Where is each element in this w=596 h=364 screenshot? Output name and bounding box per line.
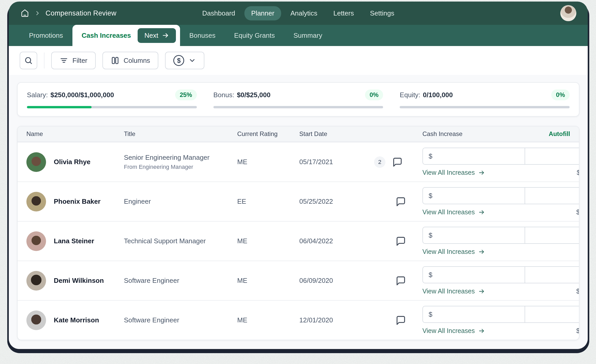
equity-progress-bar [400, 106, 570, 108]
dollar-amount-field[interactable]: $ [423, 148, 525, 164]
search-button[interactable] [20, 52, 37, 69]
percent-amount-field[interactable]: % [525, 148, 579, 164]
view-all-increases-link[interactable]: View All Increases [422, 208, 485, 216]
comment-icon[interactable] [396, 236, 406, 246]
page-title: Compensation Review [46, 9, 116, 17]
budget-summary-bar: Salary: $250,000/$1,000,000 25% Bonus: $… [17, 82, 579, 117]
dollar-amount-input[interactable] [432, 271, 519, 279]
current-rating: EE [237, 198, 299, 206]
tab-summary[interactable]: Summary [284, 25, 331, 46]
dollar-amount-field[interactable]: $ [423, 188, 525, 204]
tab-promotions[interactable]: Promotions [20, 25, 72, 46]
dollar-circle-icon: $ [173, 55, 184, 66]
filter-button[interactable]: Filter [51, 52, 96, 69]
table-row: Demi Wilkinson Software Engineer ME 06/0… [18, 261, 579, 300]
chevron-right-icon [34, 10, 41, 17]
tab-equity-grants[interactable]: Equity Grants [225, 25, 284, 46]
app-window: Compensation Review Dashboard Planner An… [9, 2, 588, 349]
view-all-increases-link[interactable]: View All Increases [422, 287, 485, 295]
percent-amount-input[interactable] [531, 231, 579, 239]
nav-item-settings[interactable]: Settings [363, 6, 401, 20]
search-icon [24, 56, 33, 65]
columns-button[interactable]: Columns [102, 52, 159, 69]
tab-bonuses[interactable]: Bonuses [180, 25, 225, 46]
col-title: Title [124, 130, 237, 138]
arrow-right-icon [478, 288, 485, 295]
percent-amount-input[interactable] [531, 271, 579, 279]
app-header: Compensation Review Dashboard Planner An… [9, 2, 588, 25]
comment-count-badge[interactable]: 2 [374, 156, 385, 168]
dollar-amount-input[interactable] [432, 192, 519, 200]
view-all-increases-link[interactable]: View All Increases [422, 248, 485, 255]
comment-icon[interactable] [396, 196, 406, 207]
current-rating: ME [237, 158, 299, 166]
current-rating: ME [237, 316, 299, 324]
start-date: 05/25/2022 [299, 198, 374, 206]
percent-amount-field[interactable]: % [525, 267, 579, 283]
dollar-amount-input[interactable] [432, 231, 519, 239]
dollar-amount-field[interactable]: $ [423, 227, 525, 243]
view-all-increases-link[interactable]: View All Increases [422, 169, 485, 176]
employee-title: Software Engineer [124, 316, 237, 324]
user-avatar[interactable] [560, 5, 576, 21]
table-row: Olivia Rhye Senior Engineering Manager F… [18, 142, 579, 181]
suggested-amount: $12,500 Suggested [576, 287, 579, 295]
next-button[interactable]: Next [138, 28, 176, 43]
page-body: Salary: $250,000/$1,000,000 25% Bonus: $… [9, 75, 588, 349]
nav-item-letters[interactable]: Letters [327, 6, 361, 20]
cash-increase-input-group: $ % [422, 187, 579, 204]
currency-dropdown-button[interactable]: $ [165, 52, 204, 69]
avatar [26, 192, 46, 211]
arrow-right-icon [478, 209, 485, 216]
dollar-amount-field[interactable]: $ [423, 267, 525, 283]
percent-amount-field[interactable]: % [525, 188, 579, 204]
nav-item-planner[interactable]: Planner [244, 6, 281, 20]
tab-cash-increases[interactable]: Cash Increases Next [72, 25, 180, 46]
col-name: Name [26, 130, 124, 138]
table-row: Kate Morrison Software Engineer ME 12/01… [18, 300, 579, 340]
arrow-right-icon [478, 248, 485, 255]
tab-cash-increases-label: Cash Increases [82, 32, 131, 40]
percent-amount-field[interactable]: % [525, 227, 579, 243]
nav-item-dashboard[interactable]: Dashboard [196, 6, 242, 20]
salary-value: $250,000/$1,000,000 [50, 91, 114, 99]
comment-icon[interactable] [392, 157, 403, 167]
comment-icon[interactable] [396, 276, 406, 286]
home-icon[interactable] [20, 9, 29, 18]
employee-table: Name Title Current Rating Start Date Cas… [17, 126, 579, 340]
percent-amount-field[interactable]: % [525, 306, 579, 322]
dollar-amount-input[interactable] [432, 152, 519, 160]
dollar-amount-input[interactable] [432, 310, 519, 318]
percent-amount-input[interactable] [531, 192, 579, 200]
columns-icon [111, 56, 120, 65]
start-date: 12/01/2020 [299, 316, 374, 324]
employee-name: Phoenix Baker [54, 198, 101, 206]
start-date: 06/09/2020 [299, 277, 374, 285]
equity-label: Equity: [400, 91, 420, 99]
view-all-increases-link[interactable]: View All Increases [422, 327, 485, 335]
table-row: Lana Steiner Technical Support Manager M… [18, 221, 579, 261]
planner-tab-bar: Promotions Cash Increases Next Bonuses E… [9, 25, 588, 46]
percent-amount-input[interactable] [531, 152, 579, 160]
avatar [26, 310, 46, 330]
salary-label: Salary: [27, 91, 48, 99]
dollar-amount-field[interactable]: $ [423, 306, 525, 322]
nav-item-analytics[interactable]: Analytics [284, 6, 324, 20]
arrow-right-icon [478, 328, 485, 334]
chevron-down-icon [188, 57, 196, 64]
arrow-right-icon [162, 32, 169, 39]
avatar [26, 231, 46, 251]
employee-name: Demi Wilkinson [54, 277, 104, 285]
toolbar: Filter Columns $ [9, 46, 588, 75]
percent-amount-input[interactable] [531, 310, 579, 318]
employee-title: Software Engineer [124, 277, 237, 285]
col-start-date: Start Date [299, 130, 374, 138]
summary-equity: Equity: 0/100,000 0% [400, 89, 570, 108]
employee-previous-title: From Engineering Manager [124, 164, 237, 170]
start-date: 05/17/2021 [299, 158, 374, 166]
breadcrumb: Compensation Review [20, 9, 116, 18]
filter-lines-icon [59, 56, 68, 65]
autofill-button[interactable]: Autofill [549, 130, 570, 138]
employee-title: Technical Support Manager [124, 237, 237, 245]
comment-icon[interactable] [396, 315, 406, 325]
